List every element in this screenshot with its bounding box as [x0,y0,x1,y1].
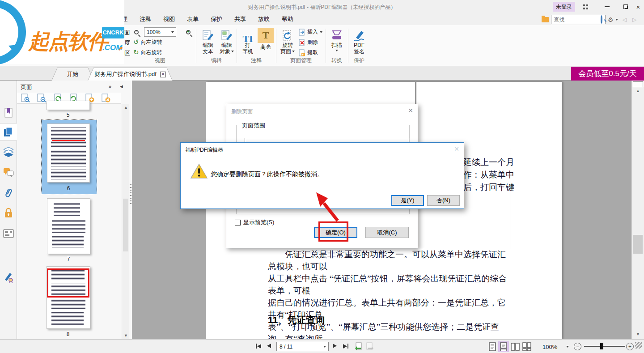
page-number-6: 6 [47,185,90,191]
scan-button[interactable]: 扫描 [326,28,347,58]
previous-view-button[interactable] [354,342,363,352]
menu-item-form[interactable]: 表单 [187,15,199,23]
last-page-button[interactable] [343,344,348,349]
signatures-panel-button[interactable] [0,268,17,286]
doc-scrollbar-thumb[interactable] [633,235,643,254]
thumb-zoom-out-icon[interactable] [37,93,47,103]
typewriter-label-1: 打 [245,42,250,48]
page-thumbnail-5[interactable] [47,101,90,110]
next-page-button[interactable] [333,344,337,348]
extract-pages-button[interactable]: 提取 [299,49,318,56]
comments-panel-button[interactable] [0,164,17,182]
continuous-view-button[interactable] [498,341,509,352]
panel-expand-icon[interactable]: » [109,84,111,89]
thumb-delete-page-icon[interactable] [101,93,111,103]
status-zoom-caret-icon[interactable] [566,346,569,348]
security-panel-button[interactable] [0,204,17,222]
thumb-scrollbar-thumb[interactable] [123,199,128,251]
menu-item-share[interactable]: 共享 [234,15,246,23]
zoom-slider-track[interactable] [584,346,625,347]
next-view-icon [366,342,374,351]
menu-item-help[interactable]: 帮助 [282,15,293,23]
search-input[interactable] [551,17,601,23]
tab-start-label: 开始 [67,70,79,78]
ribbon-zoom-combo[interactable]: 100% [144,27,176,37]
insert-pages-button[interactable]: 插入 [299,28,322,36]
show-preview-checkbox-row[interactable]: 显示预览(S) [235,218,274,226]
facing-view-button[interactable] [510,341,521,352]
embedded-image-border-top [415,82,416,104]
page-thumbnail-6[interactable] [47,123,90,183]
minimize-button[interactable] [602,2,612,11]
show-preview-checkbox[interactable] [235,220,241,225]
confirm-no-button[interactable]: 否(N) [427,195,460,206]
continuous-facing-view-button[interactable] [521,341,532,352]
menu-item-protect[interactable]: 保护 [211,15,222,23]
find-next-icon[interactable]: ▷ [632,17,636,23]
search-options-caret-icon[interactable] [615,19,618,21]
continuous-facing-view-icon [522,342,531,351]
fit-visible-partial-label[interactable]: 区 [124,49,130,57]
edit-object-button[interactable]: 编辑 对象 [216,28,237,58]
zoom-in-icon[interactable]: + [186,30,191,34]
highlight-button[interactable]: T 高亮 [255,28,276,58]
pdf-sign-button[interactable]: PDF 签名 [349,28,369,58]
zoom-in-plus-icon[interactable]: + [626,343,634,350]
page-thumbnail-8[interactable] [47,266,90,329]
pages-panel-button[interactable] [0,123,17,141]
view-group-label: 视图 [124,57,196,64]
edit-text-button[interactable]: 编辑 文本 [198,28,218,58]
gear-icon[interactable]: ⚙ [608,16,614,23]
member-promo-button[interactable]: 会员低至0.5元/天 [571,67,644,81]
attachments-panel-button[interactable] [0,184,17,202]
thumb-scroll-down-icon[interactable]: ▼ [122,333,130,338]
rotate-pages-button[interactable]: 旋转 页面 [277,28,298,58]
fields-panel-button[interactable] [0,225,17,242]
login-button[interactable]: 未登录 [553,2,575,12]
delete-pages-button[interactable]: 删除 [299,38,318,46]
doc-scroll-down-icon[interactable]: ▼ [632,332,644,336]
single-page-view-button[interactable] [487,341,498,352]
maximize-button[interactable] [621,2,631,11]
delete-ok-button[interactable]: 确定(O) [314,227,357,238]
first-page-button[interactable] [256,344,261,349]
document-scrollbar[interactable]: ▲ ▼ [631,81,644,339]
fit-width-partial-label[interactable]: 度 [124,39,130,47]
zoom-out-icon[interactable]: − [134,30,139,34]
layers-panel-button[interactable] [0,143,17,161]
edit-object-icon [220,28,233,42]
bookmarks-panel-button[interactable] [0,104,17,122]
menu-item-view[interactable]: 视图 [163,15,175,23]
page-thumbnail-7[interactable] [47,198,90,254]
previous-page-button[interactable] [267,344,271,348]
zoom-slider-handle[interactable] [600,343,603,349]
rotate-pages-label-2: 页面 [280,48,291,55]
thumb-zoom-in-icon[interactable] [21,93,30,103]
tab-document[interactable]: 财务用户操作说明书.pdf × [88,68,173,81]
page-number-combo[interactable]: 8 / 11 [276,342,329,351]
zoom-out-minus-icon[interactable]: − [574,343,581,350]
find-previous-icon[interactable]: ◁ [623,17,627,23]
thumb-scroll-up-icon[interactable]: ▲ [122,105,130,110]
confirm-dialog-close-icon[interactable]: ✕ [454,145,459,153]
page-thumbnail-6-selection[interactable]: 6 [42,120,97,194]
rotate-left-button[interactable]: ↺ 向左旋转 [133,38,162,46]
panel-splitter-handle[interactable] [130,184,131,205]
tab-close-icon[interactable]: × [160,72,166,77]
close-button[interactable]: × [633,2,643,11]
thumbnails-scrollbar[interactable]: ▲ ▼ [122,104,129,339]
search-folder-icon[interactable] [542,17,549,22]
next-view-button[interactable] [366,342,374,352]
panel-collapse-icon[interactable]: ◄ [119,84,124,89]
delete-dialog-close-icon[interactable]: ✕ [408,107,413,114]
fit-page-partial-label[interactable]: 面 [124,29,130,37]
search-icon[interactable] [601,16,602,23]
rotate-right-button[interactable]: ↻ 向右旋转 [133,48,162,56]
menu-item-present[interactable]: 放映 [258,15,270,23]
confirm-yes-button[interactable]: 是(Y) [391,195,424,206]
menu-item-comment[interactable]: 注释 [140,15,151,23]
pages-panel-title: 页面 [21,83,32,91]
doc-scroll-up-icon[interactable]: ▲ [632,89,644,93]
float-toolbar-button[interactable] [580,2,590,11]
delete-cancel-button[interactable]: 取消(C) [365,227,409,238]
